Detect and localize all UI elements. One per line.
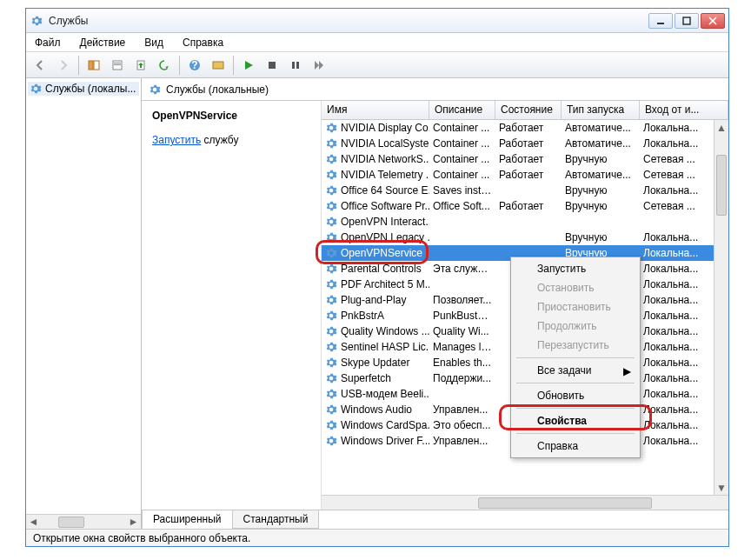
tree-scrollbar-h[interactable]: ◄►: [26, 514, 141, 529]
service-icon: [325, 153, 337, 165]
svg-rect-5: [114, 63, 121, 63]
column-startup[interactable]: Тип запуска: [562, 101, 640, 119]
main-header-label: Службы (локальные): [166, 83, 269, 96]
service-desc-cell: Эта служб...: [429, 263, 495, 275]
toolbar-help-icon[interactable]: ?: [184, 55, 205, 76]
app-icon: [30, 14, 43, 28]
ctx-resume: Продолжить: [513, 317, 638, 336]
ctx-stop: Остановить: [513, 278, 638, 297]
column-logon[interactable]: Вход от и...: [640, 101, 728, 119]
service-name-cell: USB-модем Beeli...: [341, 388, 429, 400]
service-row[interactable]: NVIDIA NetworkS...Container ...РаботаетВ…: [322, 151, 728, 167]
service-name-cell: Office Software Pr...: [341, 200, 429, 212]
list-scrollbar-h[interactable]: [322, 495, 728, 510]
ctx-help[interactable]: Справка: [513, 437, 638, 456]
minimize-button[interactable]: [648, 13, 673, 29]
ctx-all-tasks[interactable]: Все задачи▶: [513, 361, 638, 380]
start-service-link[interactable]: Запустить: [152, 134, 201, 146]
ctx-restart: Перезапустить: [513, 336, 638, 355]
ctx-start[interactable]: Запустить: [513, 259, 638, 278]
menu-view[interactable]: Вид: [141, 35, 167, 50]
column-description[interactable]: Описание: [429, 101, 495, 119]
close-button[interactable]: [701, 13, 725, 29]
service-name-cell: NVIDIA LocalSyste...: [341, 137, 429, 150]
service-row[interactable]: NVIDIA Display Co...Container ...Работае…: [322, 120, 728, 136]
service-state-cell: Работает: [495, 122, 562, 134]
service-desc-cell: Container ...: [429, 122, 495, 134]
toolbar-help2-icon[interactable]: [208, 55, 229, 76]
service-desc-cell: Управлен...: [429, 435, 495, 447]
service-desc-cell: Поддержи...: [429, 372, 495, 384]
service-icon: [325, 310, 337, 322]
titlebar[interactable]: Службы: [26, 9, 728, 33]
service-desc-cell: PunkBuster...: [429, 310, 495, 322]
service-desc-cell: Quality Wi...: [429, 325, 495, 337]
service-desc-cell: Container ...: [429, 169, 495, 181]
start-service-rest: службу: [201, 134, 238, 146]
detail-panel: OpenVPNService Запустить службу: [142, 101, 322, 510]
list-scrollbar-v[interactable]: ▲▼: [714, 120, 728, 495]
service-state-cell: Работает: [495, 153, 562, 165]
service-desc-cell: Saves insta...: [429, 184, 495, 197]
service-icon: [325, 184, 337, 197]
menu-file[interactable]: Файл: [31, 35, 64, 50]
tree-item-services[interactable]: Службы (локалы...: [28, 82, 139, 96]
service-row[interactable]: NVIDIA LocalSyste...Container ...Работае…: [322, 136, 728, 151]
service-desc-cell: Управлен...: [429, 403, 495, 416]
service-name-cell: OpenVPN Legacy ...: [341, 231, 429, 243]
service-icon: [325, 294, 337, 306]
service-name-cell: Parental Controls: [341, 263, 422, 275]
service-icon: [325, 435, 337, 447]
service-icon: [325, 278, 337, 290]
service-state-cell: Работает: [495, 137, 562, 150]
tab-extended[interactable]: Расширенный: [142, 510, 233, 529]
service-start-cell: Автоматиче...: [562, 169, 640, 181]
service-row[interactable]: OpenVPN Interact...: [322, 214, 728, 230]
toolbar-export-icon[interactable]: [130, 55, 151, 76]
service-row[interactable]: Office 64 Source E...Saves insta...Вручн…: [322, 183, 728, 198]
column-status[interactable]: Состояние: [495, 101, 562, 119]
selected-service-name: OpenVPNService: [152, 110, 310, 122]
service-icon: [325, 357, 337, 369]
service-state-cell: Работает: [495, 200, 562, 212]
service-row[interactable]: NVIDIA Telemetry ...Container ...Работае…: [322, 167, 728, 183]
menu-help[interactable]: Справка: [179, 35, 227, 50]
status-text: Открытие окна свойств выбранного объекта…: [33, 532, 250, 544]
service-icon: [325, 372, 337, 384]
toolbar-show-hide-icon[interactable]: [83, 55, 104, 76]
column-name[interactable]: Имя: [322, 101, 429, 119]
service-desc-cell: Container ...: [429, 137, 495, 150]
service-icon: [325, 341, 337, 353]
service-icon: [325, 325, 337, 337]
toolbar-refresh-icon[interactable]: [154, 55, 175, 76]
service-icon: [325, 263, 337, 275]
toolbar-stop-icon[interactable]: [262, 55, 282, 76]
service-row[interactable]: OpenVPN Legacy ...ВручнуюЛокальна...: [322, 230, 728, 245]
service-start-cell: Автоматиче...: [562, 137, 640, 150]
service-desc-cell: Container ...: [429, 153, 495, 165]
service-row[interactable]: Office Software Pr...Office Soft...Работ…: [322, 198, 728, 214]
menubar: Файл Действие Вид Справка: [26, 33, 728, 52]
menu-action[interactable]: Действие: [76, 35, 130, 50]
toolbar-start-icon[interactable]: [238, 55, 259, 76]
ctx-refresh[interactable]: Обновить: [513, 386, 638, 405]
service-icon: [325, 122, 337, 134]
svg-rect-2: [89, 61, 93, 70]
toolbar-properties-icon[interactable]: [107, 55, 128, 76]
service-start-cell: Вручную: [562, 153, 640, 165]
toolbar-restart-icon[interactable]: [309, 55, 329, 76]
service-name-cell: Superfetch: [341, 372, 391, 384]
svg-rect-11: [269, 62, 276, 69]
ctx-pause: Приостановить: [513, 297, 638, 317]
ctx-properties[interactable]: Свойства: [513, 411, 638, 430]
toolbar-forward-icon[interactable]: [53, 55, 74, 76]
service-start-cell: Вручную: [562, 184, 640, 197]
service-name-cell: Windows Driver F...: [341, 435, 429, 447]
service-name-cell: Quality Windows ...: [341, 325, 429, 337]
svg-rect-10: [213, 62, 223, 69]
toolbar-pause-icon[interactable]: [285, 55, 306, 76]
toolbar-back-icon[interactable]: [30, 55, 50, 76]
maximize-button[interactable]: [675, 13, 699, 29]
tree-panel: Службы (локалы... ◄►: [26, 78, 142, 529]
tab-standard[interactable]: Стандартный: [232, 510, 320, 529]
